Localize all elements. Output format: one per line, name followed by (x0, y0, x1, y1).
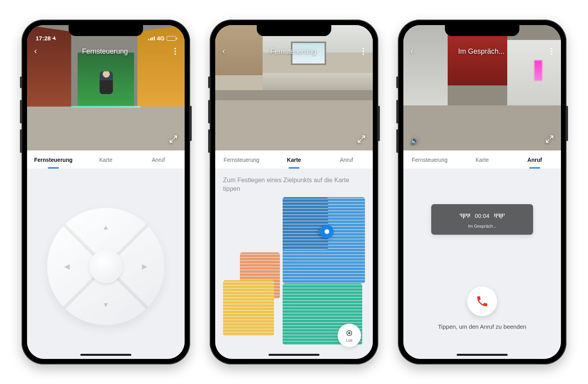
device-frame: 17:28 ➤ 4G ‹ Fernsteuerung (22, 20, 190, 364)
tab-call[interactable]: Anruf (508, 150, 561, 168)
tab-content-map: Zum Festlegen eines Zielpunkts auf die K… (215, 169, 373, 359)
page-title: Fernsteuerung (270, 47, 316, 56)
device-frame: ‹ Im Gespräch... 🔊 Fernsteuerung Karte A… (398, 20, 566, 364)
speaker-icon[interactable]: 🔊 (410, 136, 419, 145)
back-button[interactable]: ‹ (410, 46, 413, 56)
location-icon: ➤ (51, 34, 58, 42)
home-indicator[interactable] (457, 354, 508, 356)
screenshot-row: 17:28 ➤ 4G ‹ Fernsteuerung (6, 4, 582, 380)
map-go-button[interactable]: Los (338, 324, 361, 347)
tab-map[interactable]: Karte (268, 150, 320, 168)
status-time: 17:28 (36, 35, 51, 42)
page-title: Im Gespräch... (458, 47, 505, 56)
more-button[interactable] (361, 45, 366, 57)
tab-bar: Fernsteuerung Karte Anruf (27, 150, 185, 169)
floorplan-map[interactable]: Los (223, 197, 365, 351)
camera-feed: ‹ Fernsteuerung (27, 25, 185, 150)
expand-icon[interactable] (545, 135, 554, 145)
tab-label: Karte (99, 157, 112, 163)
call-status-card: 00:04 Im Gespräch... (431, 204, 533, 235)
battery-icon (167, 36, 176, 41)
map-instruction: Zum Festlegen eines Zielpunkts auf die K… (215, 169, 373, 196)
map-room-yellow[interactable] (223, 280, 274, 335)
call-timer: 00:04 (475, 213, 490, 219)
tab-label: Fernsteuerung (223, 157, 259, 163)
tab-label: Karte (287, 157, 301, 163)
more-button[interactable] (173, 45, 178, 57)
phone-icon (475, 295, 489, 308)
end-call-button[interactable] (467, 286, 497, 316)
end-call-hint: Tippen, um den Anruf zu beenden (403, 323, 561, 330)
tab-content-remote: ▲ ▼ ◀ ▶ (27, 169, 185, 359)
tab-map[interactable]: Karte (80, 150, 132, 168)
tab-content-call: 00:04 Im Gespräch... Tippen, um den Anru… (403, 169, 561, 359)
tab-label: Fernsteuerung (412, 157, 447, 163)
tab-bar: Fernsteuerung Karte Anruf (403, 150, 561, 169)
svg-point-1 (348, 332, 350, 334)
device-frame: ‹ Fernsteuerung Fernsteuerung Karte Anru… (210, 20, 378, 364)
expand-icon[interactable] (169, 135, 178, 145)
camera-feed: ‹ Fernsteuerung (215, 25, 373, 150)
back-button[interactable]: ‹ (222, 46, 225, 56)
dpad-left-button[interactable]: ◀ (47, 237, 87, 296)
tab-label: Anruf (152, 157, 165, 163)
home-indicator[interactable] (80, 354, 131, 356)
notch (257, 25, 331, 36)
tab-remote[interactable]: Fernsteuerung (403, 150, 456, 168)
dpad-center-button[interactable] (89, 250, 122, 283)
tab-bar: Fernsteuerung Karte Anruf (215, 150, 373, 169)
tab-label: Anruf (527, 157, 542, 163)
map-go-label: Los (346, 338, 352, 342)
tab-map[interactable]: Karte (456, 150, 508, 168)
call-status-text: Im Gespräch... (438, 224, 526, 228)
back-button[interactable]: ‹ (34, 46, 37, 56)
tab-label: Anruf (340, 157, 353, 163)
status-bar: 17:28 ➤ 4G (27, 27, 185, 42)
more-button[interactable] (549, 45, 554, 57)
tab-label: Fernsteuerung (34, 157, 73, 163)
signal-icon (148, 36, 155, 40)
tab-call[interactable]: Anruf (320, 150, 373, 168)
dpad-right-button[interactable]: ▶ (125, 237, 165, 296)
camera-feed: ‹ Im Gespräch... 🔊 (403, 25, 561, 150)
tab-call[interactable]: Anruf (132, 150, 185, 168)
expand-icon[interactable] (357, 135, 366, 145)
tab-remote[interactable]: Fernsteuerung (215, 150, 268, 168)
notch (445, 25, 519, 36)
status-network: 4G (157, 35, 165, 42)
home-indicator[interactable] (269, 354, 319, 356)
audio-waveform: 00:04 (438, 213, 526, 219)
page-title: Fernsteuerung (82, 47, 128, 56)
map-room-blue2[interactable] (283, 197, 328, 250)
direction-pad: ▲ ▼ ◀ ▶ (47, 208, 165, 325)
tab-remote[interactable]: Fernsteuerung (27, 150, 80, 168)
tab-label: Karte (475, 157, 488, 163)
